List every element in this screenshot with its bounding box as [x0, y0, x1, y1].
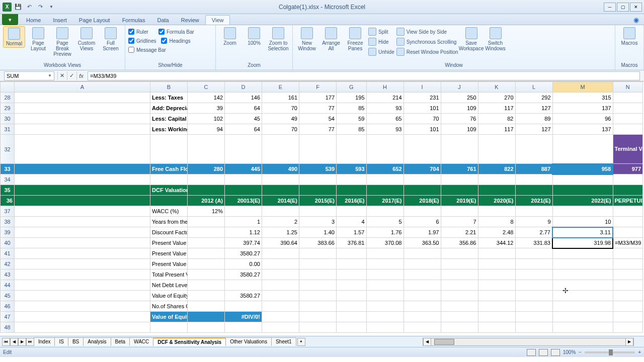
cell[interactable] [613, 103, 643, 114]
cell[interactable] [552, 259, 613, 269]
cell[interactable]: 10 [552, 217, 613, 227]
cell[interactable] [478, 248, 515, 259]
cell[interactable]: 356.86 [441, 238, 478, 248]
cell[interactable] [337, 206, 367, 217]
cell[interactable]: 117 [478, 103, 515, 114]
col-header[interactable]: F [299, 82, 337, 93]
sheet-tab[interactable]: DCF & Sensitivity Analysis [153, 337, 226, 346]
cell[interactable]: 539 [299, 164, 337, 174]
page-layout-view-icon[interactable] [539, 349, 548, 356]
tab-review[interactable]: Review [175, 16, 205, 25]
cell[interactable]: 54 [299, 114, 337, 124]
cell[interactable]: 376.81 [337, 238, 367, 248]
cell[interactable] [188, 280, 225, 291]
cell[interactable]: 331.83 [515, 238, 552, 248]
row-header[interactable]: 38 [1, 217, 15, 227]
cell[interactable] [552, 280, 613, 291]
cell[interactable]: PERPETUITY [613, 196, 643, 206]
cell[interactable] [515, 206, 552, 217]
cell[interactable]: 1 [225, 217, 262, 227]
cell[interactable]: 370.08 [366, 238, 404, 248]
cell[interactable] [441, 269, 478, 280]
cell[interactable] [188, 259, 225, 269]
cell[interactable] [188, 269, 225, 280]
help-icon[interactable]: ◉ [633, 16, 639, 24]
row-header[interactable]: 39 [1, 227, 15, 238]
row-header[interactable]: 42 [1, 259, 15, 269]
cell[interactable]: 161 [262, 93, 299, 103]
tab-data[interactable]: Data [151, 16, 175, 25]
cell[interactable]: 127 [515, 103, 552, 114]
cell[interactable] [337, 259, 367, 269]
row-header[interactable]: 48 [1, 322, 15, 333]
cell[interactable] [262, 269, 299, 280]
cell[interactable]: 652 [366, 164, 404, 174]
col-header[interactable]: K [478, 82, 515, 93]
message-bar-checkbox[interactable]: Message Bar [128, 46, 166, 53]
cell[interactable] [404, 248, 441, 259]
cell[interactable]: 82 [478, 114, 515, 124]
cell[interactable] [337, 280, 367, 291]
freeze-panes-button[interactable]: Freeze Panes [344, 26, 366, 52]
cell[interactable] [262, 291, 299, 301]
name-box[interactable]: SUM▼ [4, 71, 54, 80]
cell[interactable]: 319.98 [552, 238, 613, 248]
cell[interactable] [299, 280, 337, 291]
cell[interactable]: 2 [262, 217, 299, 227]
cell[interactable]: 117 [478, 124, 515, 135]
cell[interactable]: 101 [404, 124, 441, 135]
sheet-tab[interactable]: WACC [129, 337, 153, 346]
cell[interactable]: Add: Depreciation & Amortisation [150, 103, 188, 114]
cell[interactable] [299, 206, 337, 217]
page-break-preview-button[interactable]: Page Break Preview [51, 26, 73, 58]
tab-formulas[interactable]: Formulas [116, 16, 151, 25]
cell[interactable] [404, 280, 441, 291]
cell[interactable]: 977 [613, 164, 643, 174]
cell[interactable] [613, 227, 643, 238]
row-header[interactable]: 34 [1, 174, 15, 185]
cell[interactable] [188, 291, 225, 301]
cell[interactable] [337, 301, 367, 312]
cell[interactable]: Free Cash Flow Available For Firm [150, 164, 188, 174]
cell[interactable] [441, 280, 478, 291]
cell[interactable]: 2019(E) [441, 196, 478, 206]
cell[interactable] [337, 269, 367, 280]
cell[interactable] [515, 259, 552, 269]
cell[interactable] [188, 301, 225, 312]
cell[interactable]: 315 [552, 93, 613, 103]
zoom-out-icon[interactable]: − [579, 349, 582, 355]
sheet-nav-prev[interactable]: ◀ [10, 338, 18, 346]
sheet-tab[interactable]: Beta [111, 337, 130, 346]
fx-icon[interactable]: fx [76, 71, 86, 80]
cell[interactable]: 9 [515, 217, 552, 227]
cell[interactable]: 142 [188, 93, 225, 103]
cell[interactable] [441, 206, 478, 217]
qat-dropdown-icon[interactable]: ▼ [46, 2, 56, 12]
cell[interactable] [613, 259, 643, 269]
row-header[interactable]: 31 [1, 124, 15, 135]
cell[interactable]: #DIV/0! [225, 312, 262, 322]
cell[interactable] [478, 280, 515, 291]
cell[interactable]: 137 [552, 103, 613, 114]
cell[interactable] [552, 301, 613, 312]
col-header[interactable]: D [225, 82, 262, 93]
row-header[interactable]: 44 [1, 280, 15, 291]
cell[interactable]: 137 [552, 124, 613, 135]
cell[interactable]: 94 [188, 124, 225, 135]
cell[interactable] [299, 301, 337, 312]
cell[interactable]: 7 [441, 217, 478, 227]
cell[interactable]: 65 [366, 114, 404, 124]
redo-icon[interactable]: ↷ [35, 2, 45, 12]
reset-window-position-button[interactable]: Reset Window Position [396, 47, 458, 56]
cell[interactable]: 445 [225, 164, 262, 174]
cell[interactable]: Value of Equity [150, 291, 188, 301]
cell[interactable]: 761 [441, 164, 478, 174]
undo-icon[interactable]: ↶ [24, 2, 34, 12]
col-header[interactable]: L [515, 82, 552, 93]
zoom-100-button[interactable]: 100% [243, 26, 265, 47]
row-header[interactable]: 36 [1, 196, 15, 206]
cell[interactable]: 250 [441, 93, 478, 103]
cell[interactable]: 85 [337, 124, 367, 135]
cell[interactable]: Present Value of 1-10 Year Cash Flows [150, 248, 188, 259]
gridlines-checkbox[interactable]: Gridlines [128, 37, 156, 44]
